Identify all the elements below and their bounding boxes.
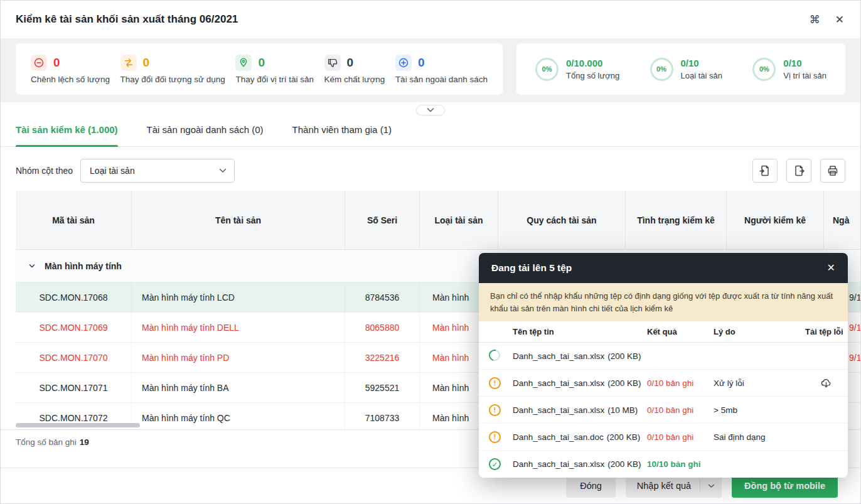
toolbar-icon-group [752, 159, 845, 183]
progress-value: 0/10 [681, 58, 723, 68]
file-reason: Sai định dạng [714, 432, 805, 442]
cell-code: SDC.MON.17070 [16, 343, 132, 372]
total-records-label: Tổng số bản ghi [16, 437, 77, 447]
chevron-down-icon [426, 107, 435, 113]
file-result: 10/10 bản ghi [647, 459, 714, 469]
upload-dialog-header: Đang tải lên 5 tệp ✕ [479, 253, 848, 283]
stat-label: Kém chất lượng [324, 75, 385, 84]
progress-ring: 0% [752, 58, 776, 81]
file-result: 0/10 bản ghi [647, 432, 714, 442]
upload-progress-dialog: Đang tải lên 5 tệp ✕ Bạn chỉ có thể nhập… [479, 253, 848, 478]
chevron-down-icon [219, 168, 227, 173]
progress-ring: 0% [650, 58, 673, 81]
cell-name: Màn hình máy tính BA [132, 373, 345, 402]
cell-seri: 8065880 [345, 313, 420, 342]
cell-name: Màn hình máy tính QC [132, 403, 345, 429]
print-button[interactable] [820, 159, 845, 183]
upload-dialog-title: Đang tải lên 5 tệp [491, 262, 572, 274]
tab-bar: Tài sản kiểm kê (1.000) Tài sản ngoài da… [1, 122, 860, 147]
cloud-download-icon [820, 377, 832, 389]
column-header-code: Mã tài sản [16, 191, 132, 250]
progress-label: Vị trí tài sản [783, 71, 826, 80]
page-title: Kiểm kê tài sản khối sản xuất tháng 06/2… [16, 13, 238, 26]
export-file-button[interactable] [786, 159, 811, 183]
group-by-label: Nhóm cột theo [16, 166, 73, 176]
stat-outside-list: 0 Tài sản ngoài danh sách [395, 55, 488, 84]
stat-label: Chênh lệch số lượng [31, 75, 110, 84]
tab-participants[interactable]: Thành viên tham gia (1) [292, 122, 392, 146]
upload-notice-banner: Bạn chỉ có thể nhập khẩu những tệp có đị… [479, 283, 848, 321]
progress-ring: 0% [535, 58, 559, 81]
progress-card: 0% 0/10.000 Tổng số lượng 0% 0/10 Loại t… [516, 43, 845, 95]
file-import-icon [759, 164, 771, 177]
group-by-select[interactable]: Loại tài sản [80, 159, 235, 183]
file-name: Danh_sach_tai_san.xlsx [513, 378, 604, 388]
stat-value: 0 [53, 56, 60, 70]
upload-file-row: ! Danh_sach_tai_san.xlsx (10 MB) 0/10 bả… [479, 397, 848, 424]
warning-circle-icon: ! [489, 431, 501, 443]
inventory-detail-window: Kiểm kê tài sản khối sản xuất tháng 06/2… [0, 0, 861, 504]
file-name: Danh_sach_tai_san.xlsx [513, 459, 604, 469]
upload-column-reason: Lý do [714, 327, 805, 336]
stat-value: 0 [143, 56, 150, 70]
upload-file-row: ! Danh_sach_tai_san.xlsx (200 KB) 0/10 b… [479, 370, 848, 397]
file-size: (200 KB) [607, 432, 640, 442]
loading-spinner-icon [487, 347, 503, 363]
file-size: (200 KB) [607, 378, 641, 388]
minus-circle-icon [31, 55, 47, 71]
stat-value: 0 [418, 56, 425, 70]
chevron-down-icon [28, 262, 36, 270]
column-header-inspector: Người kiểm kê [727, 191, 824, 250]
warning-circle-icon: ! [489, 404, 501, 416]
upload-file-row: Danh_sach_tai_san.xlsx (200 KB) [479, 343, 848, 370]
file-result: 0/10 bản ghi [647, 405, 714, 415]
table-toolbar: Nhóm cột theo Loại tài sản [1, 159, 860, 183]
close-icon[interactable]: ✕ [827, 263, 835, 273]
file-export-icon [793, 164, 805, 177]
download-error-file-button[interactable] [816, 373, 835, 392]
column-header-spec: Quy cách tài sản [498, 191, 626, 250]
tab-inventory-assets[interactable]: Tài sản kiểm kê (1.000) [16, 122, 118, 146]
counters-card: 0 Chênh lệch số lượng 0 Thay đổi đối tượ… [16, 43, 503, 95]
close-icon[interactable]: ✕ [835, 14, 844, 25]
column-header-date: Ngà [824, 191, 861, 250]
upload-file-row: ! Danh_sach_tai_san.doc (200 KB) 0/10 bả… [479, 424, 848, 451]
collapse-window-icon[interactable]: ⌘ [810, 14, 820, 25]
warning-circle-icon: ! [489, 377, 501, 389]
file-size: (10 MB) [607, 405, 638, 415]
horizontal-scrollbar[interactable] [16, 423, 140, 427]
upload-column-error-file: Tải tệp lỗi [805, 327, 848, 336]
stat-poor-quality: 0 Kém chất lượng [324, 55, 385, 84]
printer-icon [826, 164, 839, 177]
file-name: Danh_sach_tai_san.doc [513, 432, 604, 442]
thumb-down-icon [324, 55, 341, 71]
file-reason: > 5mb [714, 405, 805, 415]
cell-name: Màn hình máy tính PD [132, 343, 345, 372]
total-records-value: 19 [80, 437, 89, 447]
upload-column-filename: Tên tệp tin [513, 327, 647, 336]
summary-band: 0 Chênh lệch số lượng 0 Thay đổi đối tượ… [1, 38, 860, 102]
upload-table-header: Tên tệp tin Kết quả Lý do Tải tệp lỗi [479, 321, 848, 343]
success-check-icon: ✓ [489, 458, 501, 470]
stat-value: 0 [258, 56, 265, 70]
upload-file-row: ✓ Danh_sach_tai_san.xlsx (200 KB) 10/10 … [479, 451, 848, 478]
chevron-down-icon [708, 484, 715, 488]
import-file-button[interactable] [752, 159, 778, 183]
stat-change-location: 0 Thay đổi vị trí tài sản [235, 55, 314, 84]
cell-seri: 5925521 [345, 373, 420, 402]
titlebar: Kiểm kê tài sản khối sản xuất tháng 06/2… [1, 1, 860, 38]
file-size: (200 KB) [607, 351, 641, 361]
column-header-seri: Số Seri [345, 191, 420, 250]
tab-outside-list-assets[interactable]: Tài sản ngoài danh sách (0) [147, 122, 264, 146]
cell-code: SDC.MON.17069 [16, 313, 132, 342]
swap-arrows-icon [120, 55, 137, 71]
stat-change-user: 0 Thay đổi đối tượng sử dụng [120, 55, 225, 84]
progress-value: 0/10.000 [566, 58, 619, 68]
stat-label: Thay đổi đối tượng sử dụng [120, 75, 225, 84]
progress-label: Loại tài sản [681, 71, 723, 80]
file-result: 0/10 bản ghi [647, 378, 714, 388]
column-header-name: Tên tài sản [132, 191, 345, 250]
progress-label: Tổng số lượng [566, 71, 619, 80]
group-label: Màn hình máy tính [45, 261, 122, 271]
collapse-summary-button[interactable] [416, 105, 445, 115]
